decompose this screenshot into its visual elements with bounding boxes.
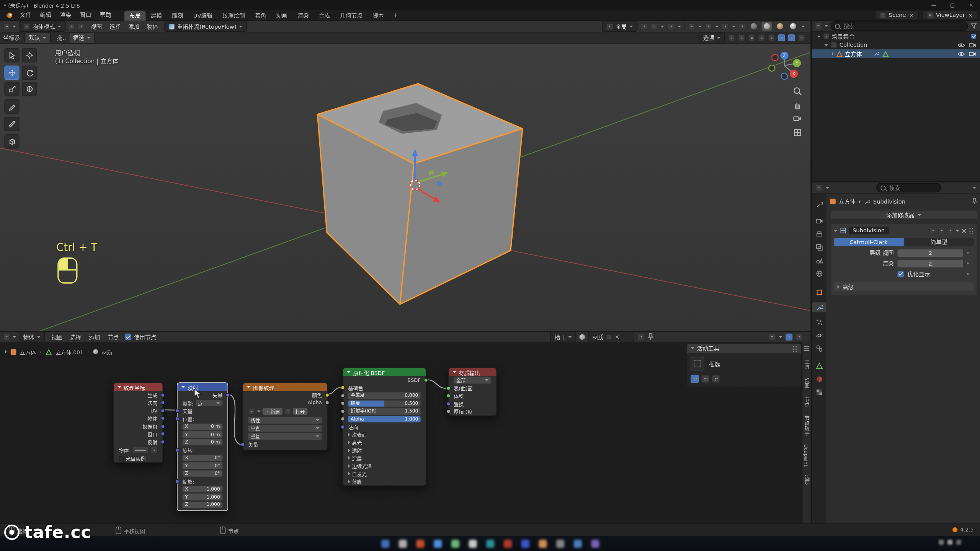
tool-annotate[interactable] — [4, 99, 19, 114]
taskbar-app-icon[interactable] — [521, 540, 529, 548]
breadcrumb-modifier[interactable]: Subdivision — [873, 198, 905, 204]
mapping-type-row[interactable]: 类型: 点 — [178, 399, 228, 407]
display-realtime-icon[interactable] — [938, 227, 945, 234]
breadcrumb-object[interactable]: 立方体 — [839, 197, 856, 205]
projection-select[interactable]: 平直 — [248, 425, 322, 432]
output-socket[interactable] — [160, 408, 165, 412]
taskbar-app-icon[interactable] — [381, 540, 389, 548]
scale-y-field[interactable]: Y1.000 — [183, 494, 222, 500]
outliner-search-input[interactable] — [843, 22, 964, 30]
delete-modifier-icon[interactable] — [961, 228, 967, 233]
output-socket[interactable] — [325, 401, 329, 405]
color-output-row[interactable]: 颜色 — [243, 391, 327, 399]
catmull-clark-button[interactable]: Catmull-Clark — [834, 238, 903, 246]
mesh-data-icon[interactable] — [882, 51, 889, 57]
header-icon-gear[interactable] — [788, 34, 795, 41]
material-preview-icon[interactable] — [579, 334, 585, 340]
hide-eye-icon[interactable] — [957, 51, 965, 57]
shading-caret-icon[interactable] — [801, 25, 805, 27]
output-target-select[interactable]: 全部 — [454, 377, 491, 383]
tool-cursor[interactable] — [22, 48, 37, 63]
header-icon-texture[interactable] — [748, 34, 755, 41]
tab-scene[interactable] — [814, 256, 824, 266]
tab-constraints[interactable] — [814, 344, 824, 354]
properties-filter-caret-icon[interactable] — [972, 187, 976, 189]
shader-menu-item[interactable]: 视图 — [47, 333, 66, 341]
extension-select[interactable]: 重复 — [248, 433, 322, 440]
workspace-tab[interactable]: 脚本 — [368, 10, 389, 20]
node-texture-coordinate[interactable]: 纹理坐标 生成法向UV物体摄像机窗口反射 物体: 来自实例 — [113, 382, 163, 463]
filter-icon[interactable] — [971, 23, 977, 29]
mode-dropdown[interactable]: 物体模式 — [19, 21, 65, 32]
alpha-output-row[interactable]: Alpha — [243, 399, 327, 406]
ior-slider[interactable]: 折射率(IOR)1.500 — [348, 408, 420, 414]
node-options-icon[interactable] — [795, 333, 802, 340]
tab-object-data[interactable] — [814, 361, 824, 371]
menu-item[interactable]: 渲染 — [56, 10, 75, 20]
sidebar-tab[interactable]: 节点扳手 — [802, 411, 810, 440]
bsdf-section-row[interactable]: 涂层 — [343, 454, 426, 462]
workspace-tab[interactable]: 动画 — [271, 10, 292, 20]
sidebar-tab[interactable]: 视图 — [802, 373, 810, 392]
rotation-z-field[interactable]: Z0° — [183, 470, 222, 477]
asset-shelf-icon-3[interactable] — [712, 375, 720, 383]
sidebar-tab[interactable]: 工具 — [802, 355, 810, 373]
hamburger-icon[interactable] — [802, 342, 810, 355]
animate-dot[interactable] — [967, 252, 969, 254]
tool-tweak-select[interactable] — [4, 48, 19, 63]
workspace-tab[interactable]: UV编辑 — [188, 10, 217, 20]
exclude-checkbox[interactable] — [971, 34, 976, 39]
minimize-button[interactable]: — — [929, 2, 939, 8]
node-image-texture[interactable]: 图像纹理 颜色 Alpha +新建 打开 线性 平直 重复 矢量 — [242, 382, 327, 450]
asset-shelf-icon-2[interactable] — [701, 375, 709, 383]
folder-icon[interactable] — [284, 408, 291, 415]
input-socket[interactable] — [446, 386, 451, 390]
gizmos-caret-icon[interactable] — [715, 25, 719, 27]
from-instance-row[interactable]: 来自实例 — [114, 455, 162, 462]
taskbar-app-icon[interactable] — [503, 540, 511, 548]
eyedropper-icon[interactable] — [150, 447, 157, 453]
navigation-gizmo[interactable]: Z Y X — [764, 47, 805, 84]
location-z-field[interactable]: Z0 m — [183, 439, 222, 445]
tab-physics[interactable] — [814, 331, 824, 341]
workspace-tab[interactable]: 几何节点 — [335, 10, 368, 20]
taskbar-tray[interactable] — [939, 540, 961, 545]
taskbar-app-icon[interactable] — [573, 540, 581, 548]
shader-editor-type-icon[interactable] — [3, 333, 10, 340]
workspace-tab[interactable]: 合成 — [314, 10, 335, 20]
alpha-slider[interactable]: Alpha1.000 — [348, 416, 420, 422]
render-camera-icon[interactable] — [969, 42, 977, 48]
scale-x-field[interactable]: X1.000 — [183, 486, 222, 492]
output-socket[interactable] — [160, 432, 165, 436]
mapping-input-row[interactable]: 矢量 — [178, 407, 228, 415]
input-socket[interactable] — [175, 409, 179, 413]
asset-shelf-icon-1[interactable] — [691, 375, 699, 383]
node-snap-caret-icon[interactable] — [779, 336, 782, 338]
taskbar-app-icon[interactable] — [539, 540, 547, 548]
bsdf-section-row[interactable]: 次表面 — [343, 431, 426, 439]
tab-object[interactable] — [814, 287, 824, 297]
properties-search[interactable] — [876, 183, 941, 192]
node-mapping[interactable]: 映射 矢量 类型: 点 矢量 位置: X0 m Y0 m Z0 m 旋转: X0… — [177, 382, 228, 511]
blender-logo-icon[interactable] — [5, 11, 13, 18]
node-material-output[interactable]: 材质输出 全部 表(曲)面体积置换厚(面)度 — [448, 367, 497, 416]
tab-modifiers[interactable] — [812, 302, 826, 312]
shader-menu-item[interactable]: 节点 — [104, 333, 122, 341]
zoom-icon[interactable] — [792, 86, 802, 96]
header-icon-sort[interactable] — [798, 34, 805, 41]
tab-particles[interactable] — [814, 317, 824, 327]
viewlayer-selector[interactable]: ViewLayer — [922, 10, 977, 20]
node-input-row[interactable]: 体积 — [449, 392, 496, 399]
base-color-row[interactable]: 基础色 — [343, 384, 426, 391]
tab-material[interactable] — [814, 374, 824, 384]
scale-z-field[interactable]: Z1.000 — [183, 501, 222, 508]
input-socket[interactable] — [446, 409, 451, 414]
overlays-dropdown-icon[interactable] — [722, 23, 729, 30]
output-socket[interactable] — [225, 393, 230, 397]
shading-solid-button[interactable] — [762, 22, 772, 31]
modifier-name-field[interactable]: Subdivision — [849, 227, 889, 235]
expand-icon[interactable] — [817, 35, 821, 37]
pin-icon[interactable] — [972, 198, 978, 205]
from-instance-checkbox[interactable] — [119, 456, 124, 461]
proportional-caret-icon[interactable] — [678, 25, 681, 27]
